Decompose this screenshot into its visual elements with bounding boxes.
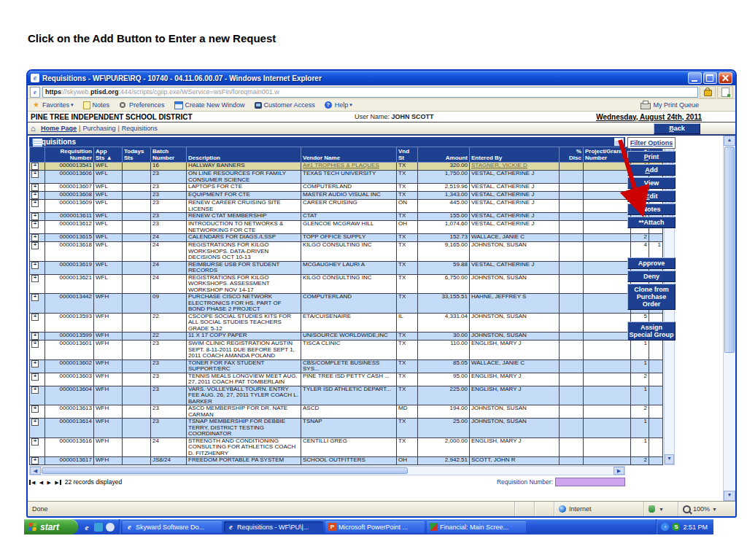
taskbar-task-financial-main-scree[interactable]: Financial: Main Scree... [427, 521, 526, 533]
restore-button[interactable] [703, 72, 717, 84]
table-row[interactable]: +0000013611WFL23RENEW CTAT MEMBERSHIPCTA… [30, 213, 663, 221]
taskbar-task-requisitions-wf-pu[interactable]: eRequisitions - WF\PU\|... [224, 521, 323, 533]
column-header-project[interactable]: Project/GrantNumber [584, 147, 631, 163]
toolbar-help[interactable]: Help▾ [325, 101, 352, 109]
expand-icon[interactable]: + [31, 405, 39, 413]
expand-icon[interactable]: + [31, 262, 39, 269]
attach-button[interactable]: **Attach [627, 217, 676, 228]
notes-button[interactable]: Notes [627, 203, 676, 215]
expand-icon[interactable]: + [31, 341, 39, 348]
vendor-link[interactable]: A#1 TROPHIES & PLAQUES [303, 163, 379, 169]
add-button[interactable]: Add [627, 164, 676, 176]
column-header-desc[interactable]: Description [187, 147, 301, 163]
zoom-control[interactable]: 100% ▼ [678, 502, 735, 516]
deny-button[interactable]: Deny [627, 271, 676, 282]
prev-record-icon[interactable]: ◀ [39, 480, 43, 485]
column-header-disc[interactable]: %Disc [560, 147, 584, 163]
grid-hscroll-thumb[interactable] [42, 467, 408, 474]
expand-icon[interactable]: + [31, 438, 39, 446]
expand-icon[interactable]: + [31, 200, 39, 207]
table-row[interactable]: +0000013603WFH23TENNIS MEALS LONGVIEW ME… [30, 373, 663, 386]
export-excel-icon[interactable] [33, 139, 42, 147]
table-row[interactable]: +0000013601WFH23SWIM CLINIC REGISTRATION… [30, 341, 663, 360]
scroll-right-icon[interactable]: ▶ [614, 467, 624, 475]
requisition-number-input[interactable] [555, 478, 625, 486]
expand-icon[interactable]: + [31, 171, 39, 178]
entered-link[interactable]: STAGNER, VICKIE D [471, 163, 527, 169]
table-row[interactable]: +0000013619WFL24REIMBURSE USB FOR STUDEN… [30, 261, 663, 274]
expand-icon[interactable]: + [31, 386, 39, 394]
toolbar-preferences[interactable]: Preferences [119, 101, 165, 109]
security-lock-button[interactable] [700, 86, 716, 98]
table-row[interactable]: +0000013541WFL16HALLWAY BANNERSA#1 TROPH… [30, 163, 663, 171]
expand-icon[interactable]: + [31, 192, 39, 199]
expand-icon[interactable]: + [31, 314, 39, 321]
taskbar-task-skyward-software-do[interactable]: eSkyward Software Do... [123, 521, 222, 533]
next-record-icon[interactable]: ▶ [47, 480, 51, 485]
table-row[interactable]: +0000013618WFL24REGISTRATIONS FOR KILGO … [30, 242, 663, 262]
grid-horizontal-scrollbar[interactable]: ◀ ▶ [29, 466, 625, 475]
expand-icon[interactable]: + [31, 332, 39, 340]
tray-app-icon[interactable]: S [672, 523, 680, 531]
table-row[interactable]: +0000013621WFL24REGISTRATIONS FOR KILGO … [30, 274, 663, 294]
first-record-icon[interactable]: ◀ [29, 480, 35, 485]
table-row[interactable]: +0000013602WFH23TONER FOR FAX STUDENT SU… [30, 359, 663, 373]
expand-icon[interactable]: + [31, 242, 39, 249]
table-row[interactable]: +0000013606WFL23ON LINE RESOURCES FOR FA… [30, 171, 663, 184]
table-row[interactable]: +0000013614WFH23TSNAP MEMBERSHIP FOR DEB… [30, 419, 663, 438]
expand-icon[interactable]: + [31, 294, 39, 301]
back-button[interactable]: Back [654, 123, 700, 134]
url-input[interactable]: https://skyweb.ptisd.org:444/scripts/cgi… [42, 87, 698, 98]
column-header-req[interactable]: RequisitionNumber [45, 147, 94, 163]
minimize-button[interactable] [688, 72, 702, 84]
toolbar-customer-access[interactable]: Customer Access [255, 101, 315, 109]
assign-special-group-button[interactable]: Assign Special Group [627, 322, 676, 341]
home-icon[interactable] [31, 125, 39, 133]
expand-icon[interactable]: + [31, 163, 39, 170]
scroll-down-icon[interactable]: ▼ [665, 454, 674, 464]
view-button[interactable]: View [627, 177, 676, 189]
column-header-expand[interactable] [30, 147, 45, 163]
table-row[interactable]: +0000013616WFH24STRENGTH AND CONDITIONIN… [30, 438, 663, 457]
table-row[interactable]: +0000013615WFL24CALENDARS FOR DIAGS./LSS… [30, 234, 663, 242]
table-row[interactable]: +0000013593WFH22CSCOPE SOCIAL STUDIES KI… [30, 313, 663, 332]
protected-mode-cell[interactable]: ▼ [643, 502, 678, 516]
column-header-amount[interactable]: Amount [418, 147, 470, 163]
breadcrumb-requisitions[interactable]: Requisitions [122, 125, 158, 132]
expand-icon[interactable]: + [31, 221, 39, 228]
clone-from-purchase-order-button[interactable]: Clone from Purchase Order [627, 284, 676, 310]
taskbar-task-microsoft-powerpoint[interactable]: PMicrosoft PowerPoint ... [325, 521, 425, 533]
quicklaunch-icon[interactable] [94, 523, 103, 532]
page-button[interactable] [717, 86, 733, 98]
page-vscroll-thumb[interactable] [724, 147, 735, 353]
filter-options-link[interactable]: Filter Options [627, 137, 676, 149]
column-header-app[interactable]: AppSts ▲ [94, 147, 123, 163]
print-queue-link[interactable]: My Print Queue [640, 101, 732, 109]
expand-icon[interactable]: + [31, 213, 39, 220]
expand-icon[interactable]: + [31, 184, 39, 191]
column-header-entered[interactable]: Entered By [470, 147, 560, 163]
expand-icon[interactable]: + [31, 275, 39, 282]
table-row[interactable]: +0000013442WFH09PURCHASE CISCO NETWORK E… [30, 294, 663, 314]
column-header-batch[interactable]: BatchNumber [151, 147, 187, 163]
column-header-vendor[interactable]: Vendor Name [301, 147, 397, 163]
scroll-left-icon[interactable]: ◀ [30, 467, 41, 475]
ie-quicklaunch-icon[interactable]: e [82, 523, 91, 532]
page-scroll-up-icon[interactable]: ▲ [724, 136, 735, 146]
table-row[interactable]: +0000013617WFHJS8/24FREEDOM PORTABLE PA … [30, 457, 663, 465]
last-record-icon[interactable]: ▶ [55, 480, 61, 485]
table-row[interactable]: +0000013613WFH23ASCD MEMBERSHIP FOR DR. … [30, 405, 663, 419]
toolbar-notes[interactable]: Notes [83, 101, 110, 109]
toolbar-favorites[interactable]: Favorites▾ [32, 101, 74, 109]
breadcrumb-purchasing[interactable]: Purchasing [82, 125, 115, 132]
table-row[interactable]: +0000013609WFL23RENEW CAREER CRUISING SI… [30, 200, 663, 213]
table-row[interactable]: +0000013612WFL23INTRODUCTION TO NETWORKS… [30, 221, 663, 234]
expand-icon[interactable]: + [31, 373, 39, 381]
close-button[interactable] [719, 72, 732, 84]
column-header-todays[interactable]: TodaysSts [123, 147, 151, 163]
table-row[interactable]: +0000013599WFH2211 X 17 COPY PAPERUNISOU… [30, 332, 663, 341]
expand-icon[interactable]: + [31, 234, 39, 241]
grid-print-icon[interactable] [614, 138, 624, 146]
start-button[interactable]: start [24, 519, 78, 534]
table-row[interactable]: +0000013604WFH23VARS. VOLLEYBALL TOURN. … [30, 386, 663, 405]
